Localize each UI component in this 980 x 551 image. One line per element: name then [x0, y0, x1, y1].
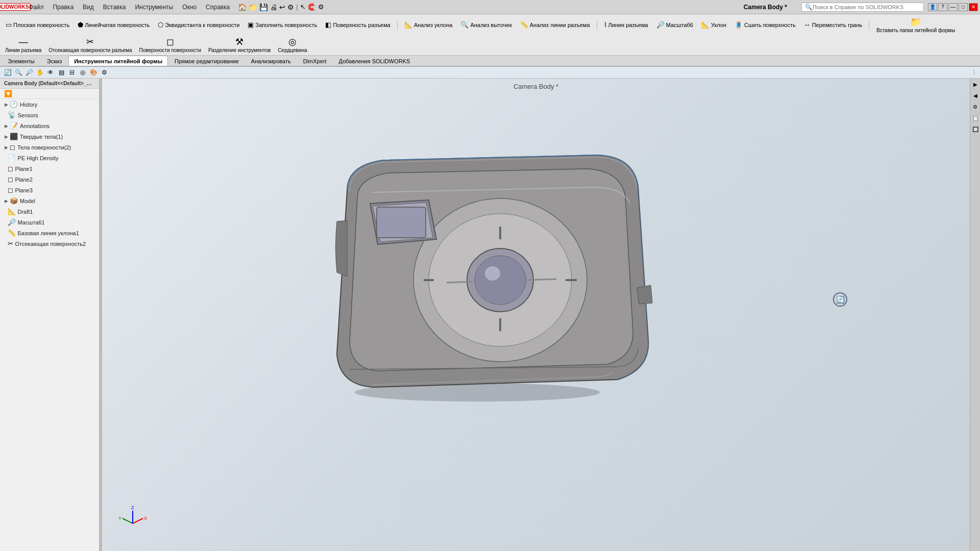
parting-lines-btn[interactable]: — Линии разъема: [2, 36, 44, 54]
tree-item-solid-bodies[interactable]: ▶ ⬛ Твердые тела(1): [0, 131, 99, 142]
right-panel-btn-3[interactable]: ⚙: [971, 102, 980, 111]
gear2-icon[interactable]: ⚙: [318, 3, 324, 11]
tree-item-plane3[interactable]: ◻ Plane3: [0, 185, 99, 195]
tree-item-plane1[interactable]: ◻ Plane1: [0, 163, 99, 174]
undercut-analysis-btn[interactable]: 🔍 Анализ выточек: [457, 19, 515, 30]
zoom-to-fit-icon[interactable]: 🔍: [14, 68, 23, 77]
tree-item-scale61[interactable]: 🔎 Масшта61: [0, 217, 99, 228]
tab-sketch[interactable]: Эскиз: [41, 56, 67, 66]
offset-surface-btn[interactable]: ⬠ Эквидистанта к поверхности: [154, 19, 243, 30]
close-btn[interactable]: ✕: [969, 3, 978, 11]
plane1-icon: ◻: [8, 165, 13, 172]
tree-item-surface-bodies[interactable]: ▶ ◻ Тела поверхности(2): [0, 142, 99, 153]
folder-icon[interactable]: 📁: [249, 3, 257, 11]
parting-line-analysis-btn[interactable]: 📏 Анализ линии разъема: [517, 19, 594, 30]
tree-item-sensors[interactable]: 📡 Sensors: [0, 110, 99, 120]
right-panel-btn-2[interactable]: ◀: [971, 91, 980, 100]
user-icon-btn[interactable]: 👤: [928, 3, 937, 11]
search-input[interactable]: [813, 4, 915, 10]
move-face-icon: ↔: [804, 21, 811, 29]
knit-surface-btn[interactable]: 🧵 Сшить поверхность: [731, 19, 799, 30]
tree-item-pe-high-density[interactable]: 📄 PE High Density: [0, 153, 99, 163]
expand-icon[interactable]: ⋮: [971, 69, 977, 76]
plane2-icon: ◻: [8, 176, 13, 183]
move-face-btn[interactable]: ↔ Переместить грань: [800, 19, 866, 30]
right-panel-btn-1[interactable]: ▶: [971, 80, 980, 89]
tree-item-model[interactable]: ▶ 📦 Model: [0, 195, 99, 206]
pe-label: PE High Density: [18, 155, 59, 161]
draft-btn[interactable]: 📐 Уклон: [698, 19, 730, 30]
menu-window[interactable]: Окно: [178, 3, 201, 12]
tab-direct-edit[interactable]: Прямое редактирование: [169, 56, 244, 66]
search-box[interactable]: 🔍: [801, 3, 924, 12]
annotations-arrow: ▶: [5, 123, 8, 129]
view-orient-icon[interactable]: 👁: [46, 68, 55, 77]
draft-baseline1-label: Базовая линия уклона1: [18, 230, 79, 236]
tree-item-draft-baseline1[interactable]: 📏 Базовая линия уклона1: [0, 228, 99, 238]
scale-label: Масштаб6: [666, 22, 693, 28]
draft-analysis-btn[interactable]: 📐 Анализ уклона: [401, 19, 456, 30]
svg-text:Z: Z: [131, 505, 134, 510]
zoom-in-icon[interactable]: 🔎: [24, 68, 34, 77]
fill-surface-btn[interactable]: ▣ Заполнить поверхность: [244, 19, 321, 30]
flat-surface-btn[interactable]: ▭ Плоская поверхность: [2, 19, 73, 30]
tree-item-draft1[interactable]: 📐 Draft1: [0, 206, 99, 217]
solid-bodies-icon: ⬛: [10, 133, 18, 140]
svg-line-11: [447, 282, 472, 283]
transparency-icon[interactable]: ◎: [78, 68, 87, 77]
pan-icon[interactable]: ✋: [35, 68, 44, 77]
menu-tools[interactable]: Инструменты: [131, 3, 177, 12]
tooling-split-btn[interactable]: ⚒ Разделение инструментов: [205, 35, 274, 54]
viewport[interactable]: Camera Body *: [102, 79, 970, 551]
render-icon[interactable]: 🎨: [89, 68, 98, 77]
svg-point-4: [475, 256, 526, 305]
menu-edit[interactable]: Правка: [49, 3, 78, 12]
filter-row: 🔽: [0, 89, 99, 99]
parting-line-btn[interactable]: ⌇ Линия разъема: [600, 19, 652, 30]
magnet-icon[interactable]: 🧲: [308, 3, 316, 11]
scale-btn[interactable]: 🔎 Масштаб6: [653, 19, 697, 30]
tab-dimxpert[interactable]: DimXpert: [298, 56, 332, 66]
menu-help[interactable]: Справка: [202, 3, 234, 12]
scale61-arrow: [5, 220, 6, 225]
tab-elements[interactable]: Элементы: [2, 56, 40, 66]
tree-item-annotations[interactable]: ▶ 📝 Annotations: [0, 120, 99, 131]
print-icon[interactable]: 🖨: [270, 3, 277, 11]
filter-icon[interactable]: 🔽: [4, 90, 12, 97]
tab-solidworks-addins[interactable]: Добавления SOLIDWORKS: [333, 56, 416, 66]
parting-surface-btn[interactable]: ◧ Поверхность разъема: [322, 19, 394, 30]
tab-analyze[interactable]: Анализировать: [246, 56, 297, 66]
parting-surfaces-btn[interactable]: ◻ Поверхности поверхности: [136, 35, 204, 54]
draft-icon: 📐: [701, 21, 709, 29]
core-btn[interactable]: ◎ Сердцевина: [275, 35, 310, 54]
menu-file[interactable]: Файл: [24, 3, 48, 12]
help-btn[interactable]: ?: [938, 3, 947, 11]
insert-mold-folders-btn[interactable]: 📁 Вставить папки литейной формы: [872, 15, 959, 34]
draft-baseline1-arrow: [5, 231, 6, 236]
ruled-surface-icon: ⬟: [78, 21, 83, 29]
tree-item-history[interactable]: ▶ 🕐 History: [0, 99, 99, 110]
svg-text:X: X: [144, 516, 147, 521]
menu-view[interactable]: Вид: [79, 3, 98, 12]
ruled-surface-btn[interactable]: ⬟ Линейчатая поверхность: [74, 19, 153, 30]
minimize-btn[interactable]: —: [948, 3, 958, 11]
home-icon[interactable]: 🏠: [238, 3, 247, 11]
tree-item-plane2[interactable]: ◻ Plane2: [0, 174, 99, 185]
tab-bar: Элементы Эскиз Инструменты литейной форм…: [0, 56, 980, 67]
maximize-btn[interactable]: □: [959, 3, 968, 11]
settings-view-icon[interactable]: ⚙: [100, 68, 109, 77]
tab-mold-tools[interactable]: Инструменты литейной формы: [68, 56, 168, 66]
display-style-icon[interactable]: ▤: [57, 68, 66, 77]
tree-item-shut-off2[interactable]: ✂ Отсекающая поверхность2: [0, 238, 99, 249]
shut-off-surface-btn[interactable]: ✂ Отсекающая поверхности разъема: [45, 35, 135, 54]
options-icon[interactable]: ⚙: [287, 3, 294, 11]
rotate-view-icon[interactable]: 🔄: [3, 68, 12, 77]
draft1-label: Draft1: [18, 209, 33, 215]
save-icon[interactable]: 💾: [259, 3, 268, 11]
section-view-icon[interactable]: ⊟: [67, 68, 77, 77]
right-panel-btn-4[interactable]: 📋: [971, 113, 980, 122]
right-panel-btn-5[interactable]: 🔲: [971, 124, 980, 134]
undo-icon[interactable]: ↩: [279, 3, 285, 11]
pointer-icon[interactable]: ↖: [300, 3, 306, 11]
menu-insert[interactable]: Вставка: [99, 3, 130, 12]
